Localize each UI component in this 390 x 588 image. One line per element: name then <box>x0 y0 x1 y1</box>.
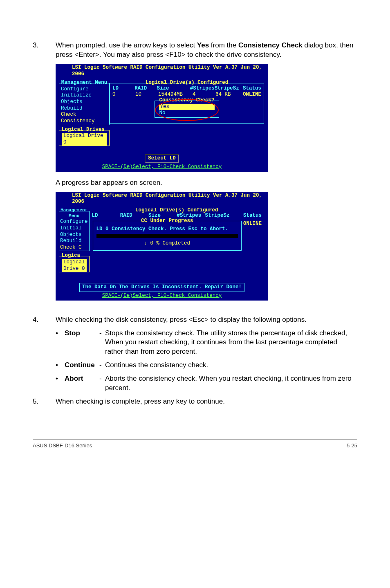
step-4: 4. While checking the disk consistency, … <box>33 315 357 325</box>
menu-item: Configure <box>60 219 88 225</box>
cc-bold: Consistency Check <box>238 41 303 49</box>
option-abort: • Abort - Aborts the consistency check. … <box>56 374 357 393</box>
page-footer: ASUS DSBF-D16 Seriies 5-25 <box>33 439 357 449</box>
option-label: Stop <box>65 329 99 357</box>
bios-footer: SPACE-(De)Select, F10-Check Consistency <box>56 163 268 172</box>
bullet-icon: • <box>56 374 65 393</box>
menu-title: Management Menu <box>61 80 108 86</box>
yes-bold: Yes <box>197 41 209 49</box>
dialog-option-yes: Yes <box>159 104 214 110</box>
step-5: 5. When checking is complete, press any … <box>33 397 357 406</box>
col-stripesz: StripeSz <box>215 85 239 92</box>
menu-title: Management Menu <box>60 208 88 219</box>
cell: 10 <box>135 92 158 98</box>
status-value: ONLINE <box>243 219 262 252</box>
options-list: • Stop - Stops the consistency check. Th… <box>56 329 357 393</box>
menu-item: Initialize <box>61 92 108 99</box>
dash: - <box>99 329 105 357</box>
col-size: Size <box>157 85 190 92</box>
ld-title: Logica <box>62 253 87 259</box>
progress-intro: A progress bar appears on screen. <box>56 178 357 188</box>
menu-item-selected: Check Consistency <box>61 112 108 124</box>
table-header: LD RAID Size #Stripes StripeSz Status <box>112 85 261 92</box>
select-ld-button: Select LD <box>145 154 179 163</box>
col-raid: RAID <box>134 85 157 92</box>
logical-drives-box: Logical Drives Logical Drive 0 <box>59 130 110 146</box>
panel-message: LD 0 Consistency Check. Press Esc to Abo… <box>96 226 238 233</box>
consistency-check-dialog: Consistency Check? Yes No <box>155 101 219 118</box>
progress-percent: ↓ 0 % Completed <box>96 240 238 247</box>
bios-screenshot-progress: LSI Logic Software RAID Configuration Ut… <box>56 192 268 301</box>
step-number: 5. <box>33 397 56 406</box>
option-continue: • Continue - Continues the consistency c… <box>56 361 357 370</box>
cell-status: ONLINE <box>238 92 261 98</box>
option-desc: Stops the consistency check. The utility… <box>105 329 357 357</box>
step-text: When checking is complete, press any key… <box>56 397 357 406</box>
dialog-title: Consistency Check? <box>159 97 214 104</box>
step-text: When prompted, use the arrow keys to sel… <box>56 41 357 60</box>
cell: 64 KB <box>215 92 238 98</box>
step-3: 3. When prompted, use the arrow keys to … <box>33 41 357 60</box>
footer-right: 5-25 <box>347 442 357 449</box>
col-stripes: #Stripes <box>190 85 215 92</box>
dialog-wrap: Consistency Check? Yes No <box>112 101 261 121</box>
ld-item: Logical Drive 0 <box>62 259 87 272</box>
col-ld: LD <box>112 85 134 92</box>
menu-item: Rebuild <box>60 238 88 245</box>
t: When prompted, use the arrow keys to sel… <box>56 41 197 49</box>
cell: 0 <box>112 92 135 98</box>
dash: - <box>99 374 105 393</box>
step-number: 3. <box>33 41 56 60</box>
dash: - <box>99 361 105 370</box>
logical-drives-box: Logica Logical Drive 0 <box>59 256 90 272</box>
footer-left: ASUS DSBF-D16 Seriies <box>33 442 92 449</box>
bios-title: LSI Logic Software RAID Configuration Ut… <box>56 64 268 77</box>
panel-title: CC Under Progress <box>96 218 238 224</box>
option-label: Continue <box>65 361 99 370</box>
option-stop: • Stop - Stops the consistency check. Th… <box>56 329 357 357</box>
progress-panel: CC Under Progress LD 0 Consistency Check… <box>93 221 242 251</box>
dialog-option-no: No <box>159 110 214 117</box>
option-desc: Continues the consistency check. <box>105 361 357 370</box>
menu-item: Objects <box>60 232 88 238</box>
menu-item-selected: Check C <box>60 245 88 251</box>
ld-item: Logical Drive 0 <box>62 133 107 146</box>
management-menu: Management Menu Configure Initialize Obj… <box>59 83 110 125</box>
menu-item: Configure <box>61 86 108 93</box>
menu-item: Objects <box>61 99 108 105</box>
option-label: Abort <box>65 374 99 393</box>
bios-footer: SPACE-(De)Select, F10-Check Consistency <box>56 292 268 301</box>
bullet-icon: • <box>56 329 65 357</box>
step-number: 4. <box>33 315 56 325</box>
bullet-icon: • <box>56 361 65 370</box>
menu-item: Rebuild <box>61 105 108 112</box>
management-menu: Management Menu Configure Initial Object… <box>59 211 90 251</box>
repair-done-message: The Data On The Drives Is Inconsistent. … <box>79 283 244 292</box>
bios-screenshot-consistency-dialog: LSI Logic Software RAID Configuration Ut… <box>56 64 268 172</box>
option-desc: Aborts the consistency check. When you r… <box>105 374 357 393</box>
step-text: While checking the disk consistency, pre… <box>56 315 357 325</box>
bios-title: LSI Logic Software RAID Configuration Ut… <box>56 192 268 205</box>
menu-item: Initial <box>60 225 88 232</box>
col-status: Status <box>239 85 261 92</box>
progress-bar <box>96 234 238 238</box>
t: from the <box>209 41 238 49</box>
ld-title: Logical Drives <box>62 127 107 133</box>
